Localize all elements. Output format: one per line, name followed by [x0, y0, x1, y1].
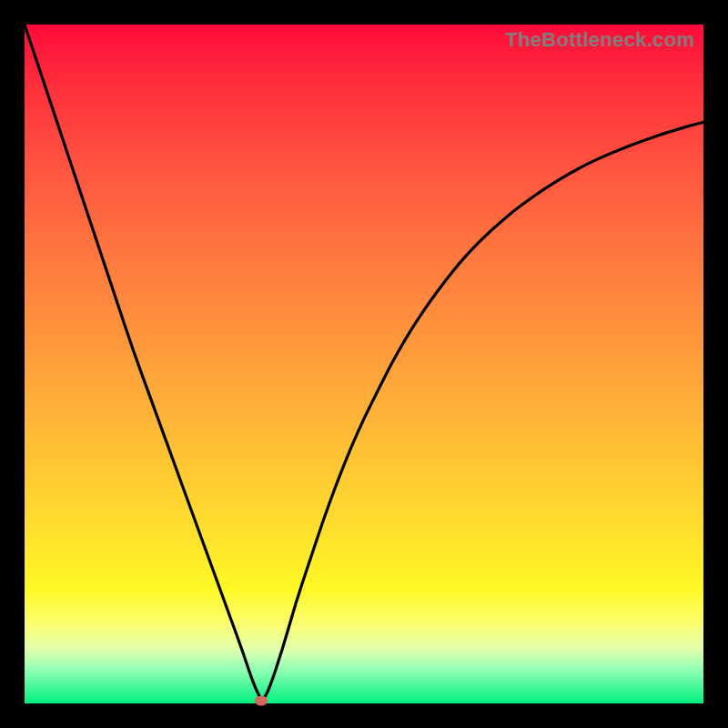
curve-svg [25, 25, 703, 703]
plot-area: TheBottleneck.com [25, 25, 703, 703]
bottleneck-curve [25, 25, 703, 698]
chart-frame: TheBottleneck.com [0, 0, 728, 728]
optimum-marker [255, 696, 268, 706]
